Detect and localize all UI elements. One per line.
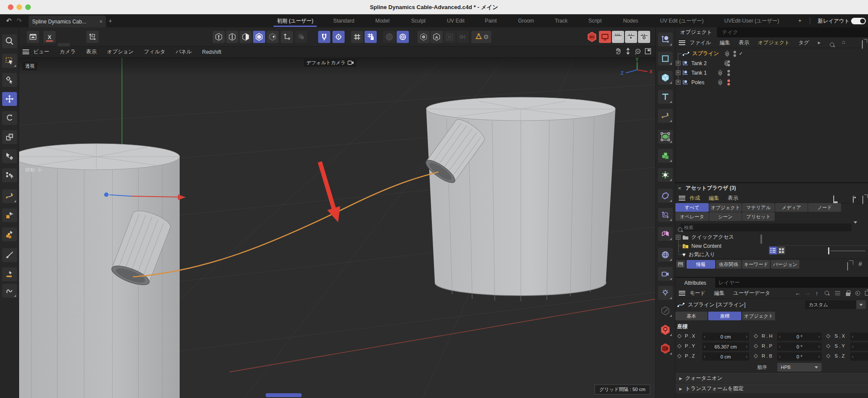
rh-field[interactable]: ‹0 °› — [777, 332, 822, 341]
coordinate-system-button[interactable] — [86, 31, 99, 43]
decrement-icon[interactable]: ‹ — [852, 334, 853, 339]
filter-all-button[interactable]: すべて — [675, 203, 709, 212]
layout-tab-track[interactable]: Track — [555, 14, 568, 27]
filter-operators-button[interactable]: オペレータ — [675, 212, 709, 221]
ab-popout-icon[interactable] — [862, 196, 863, 204]
pz-value[interactable]: 0 cm — [720, 354, 731, 359]
at-menu-mode[interactable]: モード — [690, 289, 706, 297]
asset-tree-new-content[interactable]: New Content — [682, 241, 762, 250]
decrement-icon[interactable]: ‹ — [852, 354, 853, 359]
om-menu-view[interactable]: 表示 — [739, 39, 749, 46]
decrement-icon[interactable]: ‹ — [704, 344, 705, 349]
layout-toggle-switch[interactable] — [851, 18, 866, 24]
filter-nodes-button[interactable]: ノード — [808, 203, 841, 212]
undo-icon[interactable]: ↶ — [6, 14, 12, 27]
filter-objects-button[interactable]: オブジェクト — [709, 203, 742, 212]
sketch-spline-tool[interactable] — [2, 208, 17, 222]
spline-pen-object-button[interactable] — [658, 109, 673, 123]
filter-materials-button[interactable]: マテリアル — [742, 203, 775, 212]
close-panel-icon[interactable]: × — [678, 185, 681, 191]
ab-menu-create[interactable]: 作成 — [690, 194, 700, 202]
increment-icon[interactable]: › — [819, 344, 820, 349]
expand-icon[interactable]: + — [676, 70, 681, 75]
section-quaternion[interactable]: ▶クォータニオン — [675, 373, 868, 383]
rh-key-icon[interactable] — [754, 334, 758, 339]
document-tab[interactable]: Spline Dynamics Cab... × — [29, 16, 106, 27]
rp-value[interactable]: 0 ° — [796, 344, 802, 349]
snap-enable-button[interactable] — [318, 31, 330, 43]
layout-tab-script[interactable]: Script — [589, 14, 602, 27]
toggle-views-icon[interactable] — [644, 47, 652, 57]
decrement-icon[interactable]: ‹ — [779, 344, 780, 349]
rp-field[interactable]: ‹0 °› — [777, 342, 822, 351]
points-mode-button[interactable] — [213, 31, 225, 43]
add-layout-icon[interactable]: + — [798, 14, 801, 27]
render-settings-icon[interactable] — [27, 31, 39, 43]
decrement-icon[interactable]: ‹ — [704, 354, 705, 359]
sy-field[interactable]: ‹ — [850, 342, 868, 351]
copy-id-icon[interactable] — [847, 263, 848, 270]
edit-render-settings-button[interactable] — [638, 31, 650, 43]
polygons-mode-button[interactable] — [240, 31, 252, 43]
render-view-button[interactable] — [599, 31, 611, 43]
increment-icon[interactable]: › — [746, 334, 747, 339]
camera-label[interactable]: デフォルトカメラ — [304, 59, 356, 67]
sz-key-icon[interactable] — [826, 354, 831, 359]
rotate-tool[interactable] — [2, 111, 17, 125]
quantize-button[interactable] — [365, 31, 377, 43]
visibility-dots[interactable] — [733, 51, 736, 57]
render-to-picture-viewer-button[interactable] — [625, 31, 637, 43]
om-popout-icon[interactable] — [862, 41, 863, 49]
object-name[interactable]: スプライン — [692, 50, 719, 57]
filter-scenes-button[interactable]: シーン — [709, 212, 742, 221]
edges-mode-button[interactable] — [226, 31, 238, 43]
at-menu-icon[interactable] — [679, 291, 685, 296]
generator-gear-button[interactable] — [658, 168, 673, 182]
visibility-dots[interactable] — [727, 79, 730, 86]
attr-tab-object[interactable]: オブジェクト — [742, 312, 775, 320]
layout-tab-uvedit-user[interactable]: UV Edit (ユーザー) — [660, 14, 704, 27]
preview-image-icon[interactable] — [676, 260, 685, 268]
layout-tab-model[interactable]: Model — [375, 14, 390, 27]
key-interpolation-button[interactable] — [457, 31, 469, 43]
grid-view-button[interactable] — [777, 247, 785, 254]
px-value[interactable]: 0 cm — [720, 334, 731, 339]
tab-layers[interactable]: レイヤー — [716, 278, 742, 288]
om-menu-tags[interactable]: タグ — [799, 39, 809, 46]
modeling-settings-button[interactable] — [397, 31, 409, 43]
py-value[interactable]: 65.307 cm — [714, 344, 736, 349]
attr-tab-coordinates[interactable]: 座標 — [708, 312, 741, 320]
new-layout-button[interactable]: 新レイアウト — [818, 14, 849, 27]
viewport-menu-icon[interactable] — [23, 49, 29, 54]
layout-tab-paint[interactable]: Paint — [485, 14, 496, 27]
model-mode-button[interactable] — [253, 31, 265, 43]
layout-tab-uvedituser-user[interactable]: UVEdit-User (ユーザー) — [724, 14, 779, 27]
parent-up-icon[interactable]: ↑ — [812, 288, 821, 299]
workplane-mode-button[interactable] — [295, 31, 307, 43]
object-row-poles[interactable]: + Poles — [675, 78, 868, 87]
tab-takes[interactable]: テイク — [718, 27, 742, 37]
om-menu-file[interactable]: ファイル — [690, 39, 711, 46]
layout-tab-standard[interactable]: Standard — [333, 14, 355, 27]
px-key-icon[interactable] — [677, 334, 682, 339]
auto-mode-button[interactable]: A — [431, 31, 443, 43]
viewport-menu-filter[interactable]: フィルタ — [144, 48, 165, 56]
sz-field[interactable]: ‹ — [850, 352, 868, 361]
viewport-menu-display[interactable]: 表示 — [86, 48, 96, 56]
viewport-menu-view[interactable]: ビュー — [33, 48, 49, 56]
plane-object-button[interactable] — [658, 52, 673, 66]
increment-icon[interactable]: › — [746, 344, 747, 349]
thumbnail-size-slider-handle[interactable] — [828, 247, 829, 254]
px-field[interactable]: ‹0 cm› — [702, 332, 749, 341]
viewport-3d[interactable]: Y Z X 透視 デフォルトカメラ 移動 グリッド間隔 : 50 cm — [19, 58, 655, 398]
py-field[interactable]: ‹65.307 cm› — [702, 342, 749, 351]
info-tab-keywords[interactable]: キーワード — [742, 260, 770, 269]
cube-object-button[interactable] — [658, 71, 673, 85]
pz-key-icon[interactable] — [677, 354, 682, 359]
increment-icon[interactable]: › — [819, 334, 820, 339]
layout-tab-groom[interactable]: Groom — [518, 14, 534, 27]
asset-search-expand-icon[interactable] — [854, 224, 857, 231]
transform-tool[interactable] — [2, 149, 17, 163]
hash-icon[interactable]: # — [858, 260, 862, 267]
om-home-icon[interactable]: ⌂ — [842, 39, 845, 44]
